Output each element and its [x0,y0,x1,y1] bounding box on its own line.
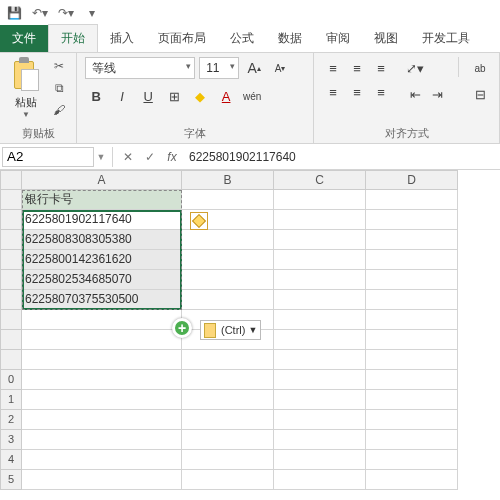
tab-insert[interactable]: 插入 [98,25,146,52]
cell[interactable] [366,370,458,390]
fill-handle-icon[interactable]: + [172,318,192,338]
align-center-icon[interactable]: ≡ [346,81,368,103]
cell[interactable] [22,410,182,430]
italic-button[interactable]: I [111,85,133,107]
row-header[interactable] [0,310,22,330]
cell[interactable] [366,230,458,250]
cell[interactable] [366,430,458,450]
align-top-icon[interactable]: ≡ [322,57,344,79]
cell[interactable] [22,450,182,470]
cell[interactable]: 6225800142361620 [22,250,182,270]
row-header[interactable]: 3 [0,430,22,450]
tab-home[interactable]: 开始 [48,24,98,52]
cell[interactable] [182,290,274,310]
cell[interactable] [274,210,366,230]
cell[interactable] [274,230,366,250]
error-smart-tag[interactable] [190,212,208,230]
cell[interactable] [182,190,274,210]
cell[interactable]: 6225808308305380 [22,230,182,250]
row-header[interactable] [0,330,22,350]
row-header[interactable] [0,210,22,230]
cell[interactable] [22,470,182,490]
tab-file[interactable]: 文件 [0,25,48,52]
cell[interactable]: 6225802534685070 [22,270,182,290]
cell[interactable] [366,190,458,210]
cancel-icon[interactable]: ✕ [117,150,139,164]
fill-color-button[interactable]: ◆ [189,85,211,107]
cell[interactable] [366,390,458,410]
cell[interactable] [366,350,458,370]
col-header-a[interactable]: A [22,170,182,190]
formula-input[interactable]: 6225801902117640 [183,148,500,166]
cell[interactable] [366,270,458,290]
select-all-corner[interactable] [0,170,22,190]
cell[interactable] [274,430,366,450]
tab-formula[interactable]: 公式 [218,25,266,52]
cell[interactable]: 银行卡号 [22,190,182,210]
grow-font-button[interactable]: A▴ [243,57,265,79]
increase-indent-icon[interactable]: ⇥ [426,83,448,105]
border-button[interactable]: ⊞ [163,85,185,107]
row-header[interactable] [0,350,22,370]
cell[interactable] [182,370,274,390]
row-header[interactable]: 0 [0,370,22,390]
cell[interactable] [274,290,366,310]
cell[interactable] [366,470,458,490]
row-header[interactable] [0,230,22,250]
align-left-icon[interactable]: ≡ [322,81,344,103]
orientation-icon[interactable]: ⤢▾ [404,57,426,79]
col-header-c[interactable]: C [274,170,366,190]
cell[interactable] [366,250,458,270]
redo-icon[interactable]: ↷▾ [56,3,76,23]
save-icon[interactable]: 💾 [4,3,24,23]
cell[interactable] [274,350,366,370]
align-right-icon[interactable]: ≡ [370,81,392,103]
paste-options-button[interactable]: (Ctrl) ▼ [200,320,261,340]
enter-icon[interactable]: ✓ [139,150,161,164]
cut-icon[interactable]: ✂ [50,57,68,75]
copy-icon[interactable]: ⧉ [50,79,68,97]
cell[interactable] [182,350,274,370]
cell[interactable] [366,310,458,330]
merge-button[interactable]: ⊟ [469,83,491,105]
row-header[interactable] [0,270,22,290]
row-header[interactable]: 2 [0,410,22,430]
cell[interactable] [182,430,274,450]
row-header[interactable]: 1 [0,390,22,410]
cell[interactable] [274,190,366,210]
fx-icon[interactable]: fx [161,150,183,164]
decrease-indent-icon[interactable]: ⇤ [404,83,426,105]
cell[interactable] [366,210,458,230]
undo-icon[interactable]: ↶▾ [30,3,50,23]
row-header[interactable]: 4 [0,450,22,470]
cell[interactable] [366,410,458,430]
shrink-font-button[interactable]: A▾ [269,57,291,79]
col-header-b[interactable]: B [182,170,274,190]
cell[interactable] [182,230,274,250]
row-header[interactable] [0,290,22,310]
tab-data[interactable]: 数据 [266,25,314,52]
name-box[interactable] [2,147,94,167]
align-middle-icon[interactable]: ≡ [346,57,368,79]
bold-button[interactable]: B [85,85,107,107]
tab-layout[interactable]: 页面布局 [146,25,218,52]
cell[interactable] [366,290,458,310]
cell[interactable] [22,430,182,450]
cell[interactable]: 6225801902117640 [22,210,182,230]
row-header[interactable]: 5 [0,470,22,490]
cell[interactable] [274,410,366,430]
cell[interactable] [274,390,366,410]
paste-button[interactable]: 粘贴 ▼ [8,57,44,119]
format-painter-icon[interactable]: 🖌 [50,101,68,119]
cell[interactable] [182,270,274,290]
cell[interactable] [182,250,274,270]
cell[interactable] [274,470,366,490]
tab-developer[interactable]: 开发工具 [410,25,482,52]
align-bottom-icon[interactable]: ≡ [370,57,392,79]
cell[interactable]: 62258070375530500 [22,290,182,310]
cell[interactable] [366,450,458,470]
cell[interactable] [22,330,182,350]
cell[interactable] [22,310,182,330]
font-color-button[interactable]: A [215,85,237,107]
tab-view[interactable]: 视图 [362,25,410,52]
